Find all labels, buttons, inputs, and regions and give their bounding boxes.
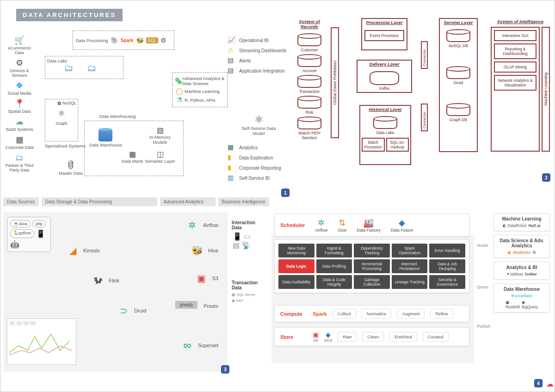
badge-3: 3 (221, 365, 229, 374)
grid-cell: Ingest & Formatting (316, 244, 352, 257)
grid-cell: Security & Governance (429, 275, 465, 289)
diagram-1: 🛒eCommerce Data ⚙Devices & Sensors ❖Soci… (3, 26, 288, 206)
scheduler-card: Scheduler ✲Airflow ⇅Glue 🏭Data Factory ◆… (274, 214, 469, 237)
page-title: DATA ARCHITECTURES (16, 9, 123, 21)
tool-datafactory: 🏭Data Factory (357, 218, 381, 233)
tool-datafusion: ◆Data Fusion (391, 218, 413, 233)
grid-cell: Dependency Tracking (354, 244, 390, 257)
operational-outputs: 📈Operational BI ⚠Streaming Dashboards ▤A… (228, 34, 288, 77)
src-social: ❖Social Media (3, 80, 36, 96)
grid-cell: Data Logic (278, 259, 314, 273)
grid-cell: Lineage Tracking (392, 275, 428, 289)
src-saas: ☁SaaS Systems (3, 116, 36, 132)
master-data: 🛢 Master Data (59, 160, 83, 176)
grid-cell: Data & Job Deduping (429, 259, 465, 273)
bi-outputs: ▦Analytics ▮Data Exploration ▮Corporate … (228, 141, 288, 184)
druid: ⊃Druid (117, 305, 146, 317)
right-stack: Machine Learning◐ DataRobotH₂O.ai Data S… (493, 213, 550, 316)
tool-airflow: ✲Airflow (315, 218, 327, 233)
grid-cell: Error Handling (429, 244, 465, 257)
tool-glue: ⇅Glue (338, 218, 346, 233)
grid-cell: Garbage Collection (354, 275, 390, 289)
link-publish: Publish (477, 324, 491, 329)
col-soi: System of Intelligence Interactive GUI R… (491, 18, 550, 157)
grid-cell: Data Profiling (316, 259, 352, 273)
diagram-4: Interaction Data 📱▭ ▤📡 Transaction Data … (232, 211, 552, 391)
s3: ▣S3 (195, 272, 218, 284)
grid-cell: Incremental Processing (354, 259, 390, 273)
presto: Presto (186, 300, 218, 312)
col-historical: Historical Layer Data Lake Batch Process… (359, 105, 411, 165)
interaction-data: Interaction Data 📱▭ ▤📡 (232, 220, 265, 250)
box-data-lake: Data Lake 🗂 🗂 (45, 56, 123, 79)
grid-cell: Intermed. Persistence (392, 259, 428, 273)
compute-lane: Compute Spark Collect Normalize Augment … (274, 305, 469, 322)
capabilities-grid: New Data MonitoringIngest & FormattingDe… (274, 239, 469, 293)
cloud-icon: ☁ (546, 380, 554, 388)
airflow: ✲Airflow (185, 219, 218, 231)
col-processing: Processing Layer Event Processor (361, 18, 407, 50)
flink: 🐿Flink (91, 275, 119, 287)
badge-1: 1 (281, 189, 290, 197)
grid-cell: Data & Code Integrity (316, 275, 352, 289)
badge-4: 4 (534, 379, 543, 387)
link-model: Model (477, 243, 488, 248)
diagram-2: System of Records Customer Account Trans… (291, 13, 552, 180)
diagram-3: ☕Javaphp 🐍python 📱🤖 ◢Kinesis 🐿Flink ⊃Dru… (3, 212, 228, 372)
box-warehousing: Data Warehouse ▦Data Marts ▧In-Memory Mo… (84, 121, 184, 176)
source-languages: ☕Javaphp 🐍python 📱🤖 (7, 217, 51, 252)
kinesis: ◢Kinesis (66, 245, 99, 257)
store-lane: Store ▣S3 ◆GCS Raw Clean Enriched Curate… (274, 327, 469, 346)
dashboard-thumbnail: ▭▭▭▭ (7, 318, 76, 365)
grid-cell: Data Auditability (278, 275, 314, 289)
badge-2: 2 (542, 173, 550, 182)
src-spatial: 📍Spatial Data (3, 98, 36, 114)
grid-cell: Spark Optimization (392, 244, 428, 257)
data-sources-column: 🛒eCommerce Data ⚙Devices & Sensors ❖Soci… (3, 35, 36, 175)
card-ml: Machine Learning◐ DataRobotH₂O.ai (493, 213, 550, 231)
connector-1: Connector (421, 41, 428, 69)
card-ds: Data Science & Adv. Analytics◉databricks… (493, 235, 550, 258)
grid-cell: New Data Monitoring (278, 244, 314, 257)
card-dw: Data Warehouse❄snowflake▣Redshift◆BigQue… (493, 283, 550, 312)
src-partner: 🗂Partner & Third Party Data (3, 153, 36, 172)
card-bi: Analytics & BI✦tableaulooker (493, 262, 550, 280)
box-specialized: ▦ NoSQL ⚛ Graph (45, 99, 78, 141)
box-advanced-analytics: 🦠Advanced Analytics & Data Science ◯Mach… (172, 72, 228, 107)
src-corporate: ▦Corporate Data (3, 135, 36, 150)
box-data-processing: Data Processing 🐘Spark🐝SQL⚙ (73, 31, 174, 50)
pipeline-stages: Data Sources Data Storage & Data Process… (3, 197, 272, 206)
col-serving: Serving Layer NoSQL DB Druid Graph DB (439, 18, 478, 152)
col-delivery: Delivery Layer Kafka (357, 60, 412, 93)
superset: ∞Superset (180, 339, 218, 351)
connector-2: Connector (421, 104, 428, 131)
transaction-data: Transaction Data ▦ SQL Server ◉ SAP (232, 280, 265, 304)
data-warehouse: Data Warehouse (89, 129, 122, 147)
col-system-of-records: System of Records Customer Account Trans… (291, 18, 328, 147)
hive: 🐝Hive (191, 245, 218, 257)
link-query: Query (477, 285, 488, 289)
src-devices: ⚙Devices & Sensors (3, 58, 36, 78)
self-service-model: ⚛Self-Service Data Model (239, 114, 278, 136)
src-ecommerce: 🛒eCommerce Data (3, 35, 36, 55)
global-event-publishers: Global Event Publishers (331, 27, 339, 138)
